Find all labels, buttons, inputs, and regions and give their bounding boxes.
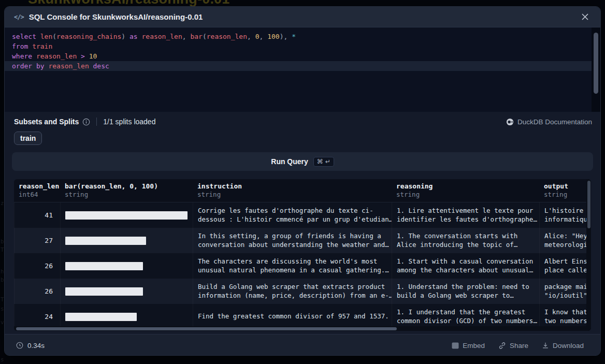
column-header-output[interactable]: outputstring — [539, 179, 591, 202]
duckdb-icon — [506, 118, 514, 126]
modal-titlebar: </> SQL Console for SkunkworksAI/reasoni… — [5, 7, 600, 27]
sql-token: reason_len — [207, 33, 247, 40]
bar-visualization — [65, 211, 188, 220]
sql-token: select — [12, 33, 40, 40]
sql-token: 100 — [267, 33, 279, 40]
download-label: Download — [553, 342, 584, 350]
cell-text: 1. The conversation starts with Alice in… — [397, 232, 534, 249]
table-vertical-scrollbar-thumb[interactable] — [587, 181, 590, 228]
cell-reason-len: 26 — [14, 279, 60, 304]
table-row[interactable]: 26The characters are discussing the worl… — [14, 253, 591, 279]
sql-token: ( — [52, 33, 56, 40]
sql-token: train — [32, 42, 52, 50]
sql-token: reason_len — [48, 62, 93, 70]
cell-text: Corrige les fautes d'orthographe du text… — [198, 207, 386, 224]
sql-token: len — [40, 33, 52, 40]
cell-reasoning: 1. The conversation starts with Alice in… — [392, 228, 539, 253]
cell-output: Alice: "Hey g meteorologist — [539, 228, 591, 253]
column-header-bar-reason-len-0-100-[interactable]: bar(reason_len, 0, 100)string — [60, 179, 193, 202]
table-row[interactable]: 24Find the greatest common divisor of 95… — [14, 304, 591, 329]
cell-reasoning: 1. Start with a casual conversation amon… — [392, 253, 539, 279]
cell-bar — [60, 304, 193, 329]
column-name: bar(reason_len, 0, 100) — [65, 182, 188, 190]
sql-editor[interactable]: select len(reasoning_chains) as reason_l… — [5, 27, 600, 112]
sql-token: reason_len — [141, 33, 182, 40]
table-header: reason_lenint64bar(reason_len, 0, 100)st… — [14, 179, 591, 202]
cell-instruction: Corrige les fautes d'orthographe du text… — [193, 202, 392, 228]
splits-loaded-status: 1/1 splits loaded — [103, 118, 155, 126]
table-horizontal-scrollbar-thumb[interactable] — [16, 327, 397, 330]
embed-label: Embed — [463, 342, 485, 350]
cell-reason-len: 41 — [14, 202, 60, 228]
table-row[interactable]: 26Build a Golang web scraper that extrac… — [14, 279, 591, 304]
sql-line[interactable]: where reason_len > 10 — [5, 51, 600, 61]
sql-token: as — [129, 33, 141, 40]
cell-text: Alice: "Hey g meteorologist — [544, 232, 591, 249]
sql-console-modal: </> SQL Console for SkunkworksAI/reasoni… — [4, 6, 601, 356]
duckdb-docs-link[interactable]: DuckDB Documentation — [506, 118, 592, 126]
info-icon[interactable] — [82, 118, 90, 126]
sql-token: 10 — [89, 52, 97, 60]
embed-button[interactable]: Embed — [452, 342, 485, 350]
sql-token: * — [292, 33, 296, 40]
cell-output: I know that t two numbers i — [539, 304, 591, 329]
cell-text: 1. I understand that the greatest common… — [397, 308, 534, 325]
sql-token: where — [12, 52, 36, 60]
cell-instruction: Find the greatest common divisor of 957 … — [193, 304, 392, 329]
column-header-instruction[interactable]: instructionstring — [193, 179, 392, 202]
modal-title: SQL Console for SkunkworksAI/reasoning-0… — [29, 12, 203, 21]
cell-text: package main "io/ioutil" " — [544, 283, 591, 300]
sql-token: order by — [12, 62, 48, 70]
editor-scrollbar[interactable] — [592, 27, 600, 112]
code-icon: </> — [14, 13, 24, 21]
cell-text: Albert Einste place called — [544, 257, 591, 274]
cell-text: The characters are discussing the world'… — [198, 257, 386, 274]
column-name: instruction — [197, 182, 386, 190]
sql-line[interactable]: select len(reasoning_chains) as reason_l… — [5, 32, 600, 41]
cell-output: Albert Einste place called — [539, 253, 591, 279]
cell-text: L'histoire co informatique — [544, 207, 591, 224]
cell-text: In this setting, a group of friends is h… — [198, 232, 386, 249]
bar-visualization — [65, 313, 137, 321]
cell-text: Find the greatest common divisor of 957 … — [198, 312, 386, 321]
download-button[interactable]: Download — [542, 342, 584, 350]
close-button[interactable] — [579, 12, 591, 22]
subsets-splits-heading: Subsets and Splits — [14, 118, 79, 126]
results-table: reason_lenint64bar(reason_len, 0, 100)st… — [14, 179, 591, 331]
run-query-button[interactable]: Run Query ⌘ ↵ — [12, 152, 593, 171]
column-type: string — [65, 191, 188, 198]
duckdb-docs-label: DuckDB Documentation — [517, 118, 592, 126]
share-button[interactable]: Share — [498, 342, 528, 350]
column-type: string — [396, 191, 534, 198]
table-body: 41Corrige les fautes d'orthographe du te… — [14, 202, 591, 329]
split-chip-train[interactable]: train — [14, 132, 42, 145]
page: { "backdrop": { "top_text": "SkunkworksA… — [0, 0, 605, 364]
sql-editor-lines: select len(reasoning_chains) as reason_l… — [5, 32, 600, 71]
column-header-reason-len[interactable]: reason_lenint64 — [14, 179, 60, 202]
column-name: reasoning — [396, 182, 534, 190]
table-vertical-scrollbar[interactable] — [586, 179, 591, 331]
cell-text: 1. Lire attentivement le texte pour iden… — [397, 207, 534, 224]
clock-icon — [16, 342, 23, 349]
sql-line[interactable]: order by reason_len desc — [5, 61, 600, 71]
cell-bar — [60, 228, 193, 253]
cell-text: I know that t two numbers i — [544, 308, 591, 325]
query-time: 0.34s — [27, 342, 45, 350]
cell-output: package main "io/ioutil" " — [539, 279, 591, 304]
cell-text: 1. Start with a casual conversation amon… — [397, 257, 534, 274]
table-horizontal-scrollbar[interactable] — [14, 326, 591, 331]
sql-token: reasoning_chains — [56, 33, 121, 40]
share-label: Share — [510, 342, 528, 350]
embed-icon — [452, 342, 459, 349]
sql-token: > — [81, 52, 89, 60]
table-row[interactable]: 41Corrige les fautes d'orthographe du te… — [14, 202, 591, 228]
background-fragment: s — [1, 305, 4, 312]
column-header-reasoning[interactable]: reasoningstring — [392, 179, 539, 202]
share-icon — [498, 342, 506, 350]
cell-output: L'histoire co informatique — [539, 202, 591, 228]
column-name: output — [544, 182, 591, 190]
sql-token: ( — [203, 33, 207, 40]
sql-line[interactable]: from train — [5, 41, 600, 51]
table-row[interactable]: 27In this setting, a group of friends is… — [14, 228, 591, 253]
editor-scrollbar-thumb[interactable] — [594, 33, 598, 94]
